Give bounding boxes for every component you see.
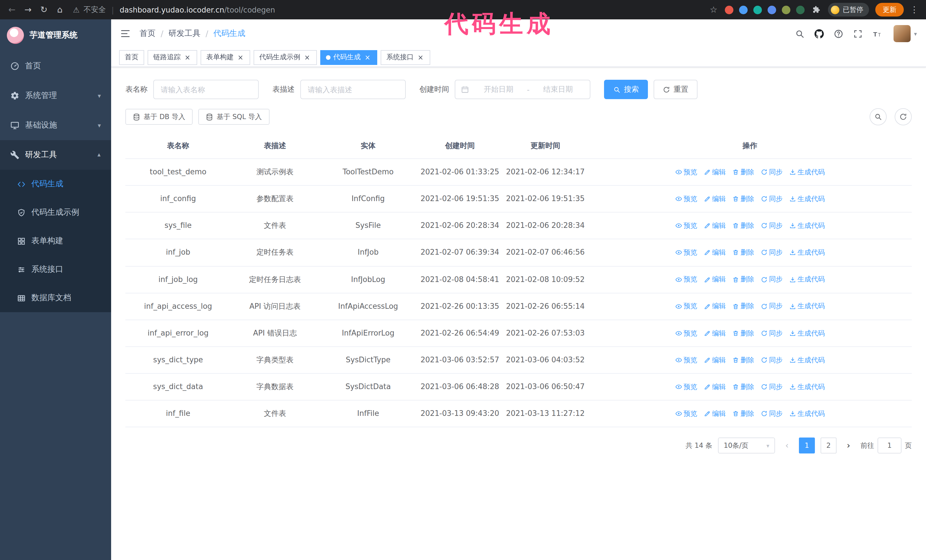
edit-link[interactable]: 编辑	[704, 328, 726, 338]
sidebar-item-infrastructure[interactable]: 基础设施 ▾	[0, 110, 111, 140]
extension-icon[interactable]	[767, 5, 776, 14]
close-icon[interactable]: ×	[183, 53, 191, 61]
generate-code-link[interactable]: 生成代码	[789, 328, 825, 338]
preview-link[interactable]: 预览	[675, 274, 697, 285]
reload-icon[interactable]: ↻	[36, 2, 51, 17]
import-db-button[interactable]: 基于 DB 导入	[126, 109, 193, 125]
extensions-puzzle-icon[interactable]	[811, 5, 820, 14]
reset-button[interactable]: 重置	[654, 80, 698, 99]
tab-form-builder[interactable]: 表单构建 ×	[201, 50, 250, 65]
delete-link[interactable]: 删除	[732, 194, 754, 204]
goto-page-input[interactable]	[878, 438, 902, 454]
preview-link[interactable]: 预览	[675, 220, 697, 231]
close-icon[interactable]: ×	[416, 53, 425, 61]
generate-code-link[interactable]: 生成代码	[789, 409, 825, 419]
generate-code-link[interactable]: 生成代码	[789, 382, 825, 392]
refresh-table-button[interactable]	[895, 108, 912, 125]
delete-link[interactable]: 删除	[732, 382, 754, 392]
preview-link[interactable]: 预览	[675, 355, 697, 365]
date-range-picker[interactable]: 开始日期 - 结束日期	[455, 80, 590, 99]
update-button[interactable]: 更新	[875, 3, 904, 17]
bookmark-star-icon[interactable]: ☆	[710, 5, 717, 15]
generate-code-link[interactable]: 生成代码	[789, 301, 825, 312]
generate-code-link[interactable]: 生成代码	[789, 220, 825, 231]
preview-link[interactable]: 预览	[675, 194, 697, 204]
sync-link[interactable]: 同步	[761, 382, 783, 392]
search-icon[interactable]	[795, 29, 805, 38]
next-page-icon[interactable]: ›	[842, 441, 855, 451]
tab-codegen[interactable]: 代码生成 ×	[320, 50, 377, 65]
sync-link[interactable]: 同步	[761, 274, 783, 285]
sync-link[interactable]: 同步	[761, 409, 783, 419]
sync-link[interactable]: 同步	[761, 220, 783, 231]
breadcrumb-item[interactable]: 首页	[139, 29, 156, 39]
delete-link[interactable]: 删除	[732, 274, 754, 285]
extension-icon[interactable]	[796, 5, 805, 14]
edit-link[interactable]: 编辑	[704, 301, 726, 312]
extension-icon[interactable]	[739, 5, 747, 14]
home-icon[interactable]: ⌂	[53, 2, 67, 17]
sidebar-item-dev-tools[interactable]: 研发工具 ▾	[0, 140, 111, 170]
sidebar-collapse-icon[interactable]	[120, 29, 130, 39]
generate-code-link[interactable]: 生成代码	[789, 194, 825, 204]
prev-page-icon[interactable]: ‹	[781, 441, 793, 451]
generate-code-link[interactable]: 生成代码	[789, 247, 825, 258]
delete-link[interactable]: 删除	[732, 167, 754, 177]
edit-link[interactable]: 编辑	[704, 247, 726, 258]
generate-code-link[interactable]: 生成代码	[789, 274, 825, 285]
sidebar-item-codegen[interactable]: 代码生成	[0, 170, 111, 198]
delete-link[interactable]: 删除	[732, 328, 754, 338]
extension-icon[interactable]	[725, 5, 733, 14]
help-icon[interactable]	[834, 29, 843, 38]
kebab-menu-icon[interactable]: ⋮	[907, 5, 921, 15]
delete-link[interactable]: 删除	[732, 301, 754, 312]
address-bar[interactable]: ⚠ 不安全 | dashboard.yudao.iocoder.cn/tool/…	[73, 5, 700, 15]
sidebar-item-system-management[interactable]: 系统管理 ▾	[0, 81, 111, 110]
edit-link[interactable]: 编辑	[704, 382, 726, 392]
page-button-1[interactable]: 1	[799, 438, 815, 454]
user-menu[interactable]: ▾	[894, 25, 917, 42]
close-icon[interactable]: ×	[303, 53, 311, 61]
sync-link[interactable]: 同步	[761, 328, 783, 338]
preview-link[interactable]: 预览	[675, 409, 697, 419]
tab-home[interactable]: 首页	[119, 50, 144, 65]
sidebar-item-db-docs[interactable]: 数据库文档	[0, 284, 111, 312]
tab-codegen-example[interactable]: 代码生成示例 ×	[254, 50, 317, 65]
table-name-input[interactable]	[153, 80, 259, 99]
delete-link[interactable]: 删除	[732, 409, 754, 419]
delete-link[interactable]: 删除	[732, 247, 754, 258]
generate-code-link[interactable]: 生成代码	[789, 167, 825, 177]
sync-link[interactable]: 同步	[761, 301, 783, 312]
table-desc-input[interactable]	[300, 80, 406, 99]
import-sql-button[interactable]: 基于 SQL 导入	[198, 109, 269, 125]
sidebar-item-form-builder[interactable]: 表单构建	[0, 227, 111, 255]
search-button[interactable]: 搜索	[604, 80, 648, 99]
tab-trace[interactable]: 链路追踪 ×	[148, 50, 197, 65]
preview-link[interactable]: 预览	[675, 328, 697, 338]
tab-system-api[interactable]: 系统接口 ×	[381, 50, 430, 65]
sidebar-item-codegen-example[interactable]: 代码生成示例	[0, 198, 111, 227]
back-icon[interactable]: ←	[5, 2, 20, 17]
sidebar-item-system-api[interactable]: 系统接口	[0, 255, 111, 284]
extension-icon[interactable]	[754, 5, 762, 14]
toggle-search-button[interactable]	[870, 108, 887, 125]
edit-link[interactable]: 编辑	[704, 274, 726, 285]
sync-link[interactable]: 同步	[761, 167, 783, 177]
close-icon[interactable]: ×	[236, 53, 244, 61]
preview-link[interactable]: 预览	[675, 301, 697, 312]
logo[interactable]: 芋道管理系统	[0, 20, 111, 51]
sync-link[interactable]: 同步	[761, 247, 783, 258]
sidebar-item-home[interactable]: 首页	[0, 51, 111, 81]
edit-link[interactable]: 编辑	[704, 194, 726, 204]
font-size-icon[interactable]	[872, 29, 882, 38]
preview-link[interactable]: 预览	[675, 247, 697, 258]
edit-link[interactable]: 编辑	[704, 409, 726, 419]
page-button-2[interactable]: 2	[820, 438, 837, 454]
edit-link[interactable]: 编辑	[704, 167, 726, 177]
forward-icon[interactable]: →	[21, 2, 35, 17]
profile-paused-chip[interactable]: 已暂停	[828, 3, 869, 17]
github-icon[interactable]	[814, 29, 824, 38]
preview-link[interactable]: 预览	[675, 167, 697, 177]
preview-link[interactable]: 预览	[675, 382, 697, 392]
delete-link[interactable]: 删除	[732, 220, 754, 231]
